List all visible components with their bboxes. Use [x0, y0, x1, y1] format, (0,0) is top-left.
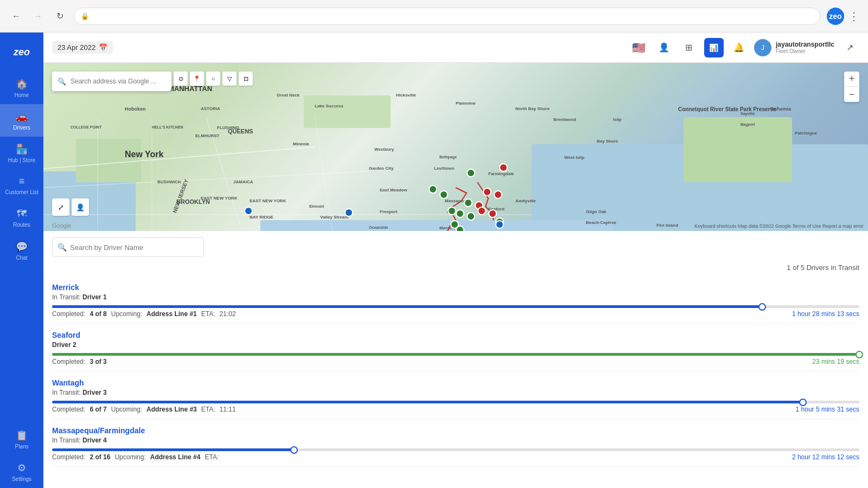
svg-line-11 [206, 117, 260, 231]
search-wrapper: 🔍 [52, 237, 204, 257]
driver-row-massapequa: Massapequa/Farmingdale In Transit: Drive… [52, 419, 859, 467]
driver-search-input[interactable] [52, 237, 204, 257]
driver-route-name-massapequa[interactable]: Massapequa/Farmingdale [52, 426, 145, 435]
map-search-icon: 🔍 [58, 78, 66, 86]
progress-thumb-massapequa[interactable] [290, 446, 298, 454]
person-icon[interactable]: 👤 [654, 38, 674, 57]
settings-icon: ⚙ [17, 462, 26, 474]
sidebar-item-customer-list[interactable]: ≡ Customer List [0, 169, 43, 202]
zoom-out-button[interactable]: − [844, 87, 859, 102]
logo-text: zeo [14, 47, 30, 58]
browser-menu-button[interactable]: ⋮ [848, 10, 859, 23]
map-marker-green-7 [467, 212, 475, 221]
progress-fill-massapequa [52, 448, 294, 451]
grid-icon[interactable]: ⊞ [679, 38, 699, 57]
sidebar-item-drivers[interactable]: 🚗 Drivers [0, 104, 43, 137]
map-marker-green-1 [467, 169, 475, 177]
calendar-icon: 📅 [99, 43, 107, 52]
map-toolbar: ⊙ 📍 ○ ▽ ⊡ [174, 72, 253, 86]
driver-status-seaford: Driver 2 [52, 341, 80, 349]
driver-details-wantagh: Completed:6 of 7 Upcoming: Address Line … [52, 406, 859, 413]
progress-thumb-merrick[interactable] [758, 303, 766, 311]
map-search-box[interactable]: 🔍 [52, 72, 171, 91]
sidebar-item-plans[interactable]: 📋 Plans [0, 423, 43, 455]
sidebar-item-settings[interactable]: ⚙ Settings [0, 455, 43, 488]
svg-rect-6 [304, 95, 391, 128]
map-search-input[interactable] [71, 78, 166, 85]
customer-list-icon: ≡ [19, 176, 25, 187]
map-person-button[interactable]: 👤 [72, 198, 89, 216]
map-tool-1[interactable]: ⊙ [174, 72, 188, 86]
sidebar-item-routes[interactable]: 🗺 Routes [0, 202, 43, 234]
driver-row-merrick: Merrick In Transit: Driver 1 Completed:4… [52, 276, 859, 324]
map-tool-2[interactable]: 📍 [190, 72, 204, 86]
map-marker-red-2 [483, 188, 492, 196]
user-role: Fleet Owner [776, 48, 834, 54]
user-menu[interactable]: J jayautotransportllc Fleet Owner [754, 39, 834, 56]
top-bar-icons: 🇺🇸 👤 ⊞ 📊 🔔 J jayautotransportllc Fleet O… [629, 38, 859, 57]
map-marker-green-2 [429, 185, 437, 194]
bell-icon[interactable]: 🔔 [729, 38, 749, 57]
map-tool-4[interactable]: ▽ [222, 72, 237, 86]
routes-icon: 🗺 [17, 208, 27, 220]
map-zoom-controls: + − [844, 72, 859, 102]
hub-store-icon: 🏪 [16, 143, 28, 155]
progress-bar-massapequa [52, 448, 859, 451]
driver-count: 1 of 5 Drivers in Transit [787, 264, 859, 272]
driver-count-row: 1 of 5 Drivers in Transit [52, 261, 859, 276]
flag-icon[interactable]: 🇺🇸 [629, 38, 649, 57]
driver-time-remaining-merrick: 1 hour 28 mins 13 secs [792, 310, 859, 318]
driver-route-name-seaford[interactable]: Seaford [52, 331, 80, 339]
map-tool-3[interactable]: ○ [206, 72, 220, 86]
map-background: MANHATTAN New York QUEENS NEW JERSEY BRO… [43, 63, 868, 231]
map-marker-green-3 [439, 190, 448, 199]
sidebar: zeo 🏠 Home 🚗 Drivers 🏪 Hub | Store ≡ Cus… [0, 33, 43, 488]
driver-route-name-wantagh[interactable]: Wantagh [52, 378, 84, 387]
map-marker-blue-1 [244, 207, 253, 215]
map-area: MANHATTAN New York QUEENS NEW JERSEY BRO… [43, 63, 868, 231]
sidebar-item-home-label: Home [15, 92, 29, 98]
back-button[interactable]: ← [9, 9, 24, 24]
map-expand-button[interactable]: ⤢ [52, 198, 69, 216]
map-marker-blue-3 [495, 220, 504, 229]
progress-fill-wantagh [52, 401, 803, 403]
zoom-in-button[interactable]: + [844, 72, 859, 87]
browser-chrome: ← → ↻ 🔒 zeo ⋮ [0, 0, 868, 33]
svg-rect-4 [684, 117, 792, 182]
progress-bar-wantagh [52, 401, 859, 403]
map-corner-buttons: ⤢ 👤 [52, 198, 89, 216]
sidebar-item-chat[interactable]: 💬 Chat [0, 234, 43, 267]
driver-details-seaford: Completed:3 of 3 23 mins 19 secs [52, 358, 859, 365]
search-icon: 🔍 [58, 243, 67, 252]
driver-status-merrick: In Transit: Driver 1 [52, 293, 107, 301]
sidebar-item-hub-store[interactable]: 🏪 Hub | Store [0, 137, 43, 169]
zeo-browser-avatar: zeo [827, 8, 844, 25]
driver-time-remaining-wantagh: 1 hour 5 mins 31 secs [796, 406, 859, 413]
progress-fill-seaford [52, 353, 859, 356]
driver-route-name-merrick[interactable]: Merrick [52, 283, 79, 292]
top-bar: 23 Apr 2022 📅 🇺🇸 👤 ⊞ 📊 🔔 J jayautotransp… [43, 33, 868, 63]
map-marker-red-1 [499, 163, 508, 172]
sidebar-item-home[interactable]: 🏠 Home [0, 72, 43, 104]
sidebar-item-settings-label: Settings [12, 476, 31, 482]
sidebar-item-hub-store-label: Hub | Store [8, 157, 35, 163]
forward-button[interactable]: → [30, 9, 46, 24]
address-bar[interactable]: 🔒 [74, 8, 820, 25]
progress-thumb-seaford[interactable] [856, 351, 863, 358]
map-marker-red-5 [477, 207, 486, 215]
progress-bar-merrick [52, 305, 859, 308]
date-text: 23 Apr 2022 [58, 43, 95, 52]
progress-track-massapequa [52, 448, 859, 451]
map-tool-5[interactable]: ⊡ [239, 72, 253, 86]
progress-thumb-wantagh[interactable] [799, 399, 807, 406]
plans-icon: 📋 [16, 429, 28, 441]
sidebar-item-routes-label: Routes [13, 222, 30, 228]
reload-button[interactable]: ↻ [52, 9, 67, 24]
share-icon[interactable]: ↗ [840, 38, 859, 57]
driver-time-remaining-seaford: 23 mins 19 secs [812, 358, 859, 365]
sidebar-item-drivers-label: Drivers [13, 125, 30, 131]
map-marker-red-3 [494, 190, 502, 199]
map-marker-green-4 [464, 198, 473, 207]
chart-bar-icon[interactable]: 📊 [704, 38, 724, 57]
map-marker-red-6 [488, 209, 497, 218]
